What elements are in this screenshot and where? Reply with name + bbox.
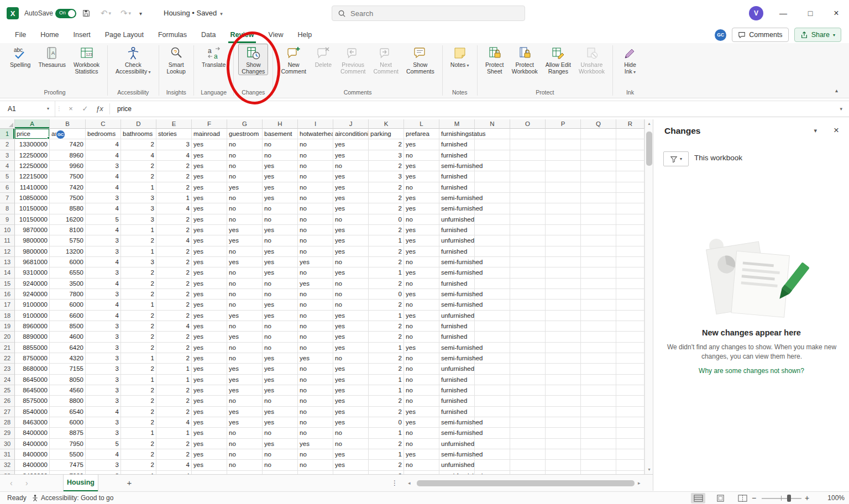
cell-O7[interactable] bbox=[510, 193, 546, 203]
cell-Q20[interactable] bbox=[581, 332, 616, 342]
cell-N30[interactable] bbox=[475, 439, 510, 449]
cell-G18[interactable]: yes bbox=[227, 311, 263, 321]
cell-O27[interactable] bbox=[510, 407, 546, 417]
column-header-N[interactable]: N bbox=[475, 119, 510, 129]
cell-J22[interactable]: no bbox=[333, 353, 369, 364]
cell-B23[interactable]: 7155 bbox=[50, 364, 86, 374]
cell-P17[interactable] bbox=[546, 300, 581, 310]
cell-B4[interactable]: 9960 bbox=[50, 161, 86, 171]
cell-I2[interactable]: no bbox=[298, 139, 333, 150]
column-header-F[interactable]: F bbox=[192, 119, 227, 129]
cell-M13[interactable]: semi-furnished bbox=[439, 257, 475, 267]
ribbon-button-smart-lookup[interactable]: SmartLookup bbox=[164, 44, 189, 75]
cell-K12[interactable]: 2 bbox=[369, 246, 404, 257]
cell-O17[interactable] bbox=[510, 300, 546, 310]
cell-C30[interactable]: 5 bbox=[86, 439, 121, 449]
cell-A20[interactable]: 8890000 bbox=[15, 332, 50, 342]
cell-P29[interactable] bbox=[546, 428, 581, 438]
cell-H31[interactable]: no bbox=[263, 449, 298, 460]
cell-I31[interactable]: no bbox=[298, 449, 333, 460]
zoom-in-button[interactable]: + bbox=[805, 492, 809, 504]
cell-P31[interactable] bbox=[546, 449, 581, 460]
cell-Q9[interactable] bbox=[581, 214, 616, 225]
cell-K8[interactable]: 2 bbox=[369, 203, 404, 214]
cell-C31[interactable]: 4 bbox=[86, 449, 121, 460]
cell-D17[interactable]: 1 bbox=[121, 300, 156, 310]
select-all-corner[interactable] bbox=[0, 119, 15, 129]
sheet-options-icon[interactable]: ⋮ bbox=[391, 475, 398, 492]
cell-O8[interactable] bbox=[510, 203, 546, 214]
cell-M32[interactable]: unfurnished bbox=[439, 460, 475, 470]
cell-H13[interactable]: yes bbox=[263, 257, 298, 267]
cell-E4[interactable]: 2 bbox=[156, 161, 192, 171]
cell-K23[interactable]: 2 bbox=[369, 364, 404, 374]
cell-L24[interactable]: no bbox=[404, 375, 439, 385]
cell-F3[interactable]: yes bbox=[192, 150, 227, 161]
cell-C4[interactable]: 3 bbox=[86, 161, 121, 171]
cell-H12[interactable]: yes bbox=[263, 246, 298, 257]
cell-H17[interactable]: yes bbox=[263, 300, 298, 310]
cell-P20[interactable] bbox=[546, 332, 581, 342]
cell-H6[interactable]: yes bbox=[263, 182, 298, 193]
cell-A31[interactable]: 8400000 bbox=[15, 449, 50, 460]
cell-B19[interactable]: 8500 bbox=[50, 321, 86, 332]
cell-P16[interactable] bbox=[546, 289, 581, 300]
cell-C13[interactable]: 4 bbox=[86, 257, 121, 267]
cell-L11[interactable]: yes bbox=[404, 235, 439, 246]
cell-E32[interactable]: 4 bbox=[156, 460, 192, 470]
cell-L12[interactable]: yes bbox=[404, 246, 439, 257]
cell-I13[interactable]: yes bbox=[298, 257, 333, 267]
cell-J27[interactable]: yes bbox=[333, 407, 369, 417]
row-header-15[interactable]: 15 bbox=[0, 279, 15, 289]
cell-M4[interactable]: semi-furnished bbox=[439, 161, 475, 171]
cell-G9[interactable]: no bbox=[227, 214, 263, 225]
cell-I8[interactable]: no bbox=[298, 203, 333, 214]
cell-I27[interactable]: no bbox=[298, 407, 333, 417]
cell-G28[interactable]: yes bbox=[227, 417, 263, 428]
cell-K19[interactable]: 2 bbox=[369, 321, 404, 332]
cell-G17[interactable]: no bbox=[227, 300, 263, 310]
cell-Q3[interactable] bbox=[581, 150, 616, 161]
cell-H22[interactable]: yes bbox=[263, 353, 298, 364]
cell-H25[interactable]: yes bbox=[263, 385, 298, 396]
row-header-19[interactable]: 19 bbox=[0, 321, 15, 332]
zoom-out-button[interactable]: − bbox=[752, 492, 756, 504]
cell-N5[interactable] bbox=[475, 171, 510, 182]
cell-M25[interactable]: furnished bbox=[439, 385, 475, 396]
cell-K6[interactable]: 2 bbox=[369, 182, 404, 193]
cell-M18[interactable]: unfurnished bbox=[439, 311, 475, 321]
cell-O21[interactable] bbox=[510, 343, 546, 353]
cell-G20[interactable]: yes bbox=[227, 332, 263, 342]
cell-M23[interactable]: unfurnished bbox=[439, 364, 475, 374]
cell-J29[interactable]: no bbox=[333, 428, 369, 438]
cell-C26[interactable]: 3 bbox=[86, 396, 121, 406]
cell-O10[interactable] bbox=[510, 225, 546, 235]
cell-G7[interactable]: no bbox=[227, 193, 263, 203]
cell-B6[interactable]: 7420 bbox=[50, 182, 86, 193]
cell-N25[interactable] bbox=[475, 385, 510, 396]
cell-R1[interactable] bbox=[616, 129, 644, 139]
row-header-18[interactable]: 18 bbox=[0, 311, 15, 321]
cell-L18[interactable]: yes bbox=[404, 311, 439, 321]
cell-D20[interactable]: 2 bbox=[121, 332, 156, 342]
changes-filter-button[interactable]: ▾ bbox=[663, 151, 689, 166]
cell-D26[interactable]: 2 bbox=[121, 396, 156, 406]
cell-A6[interactable]: 11410000 bbox=[15, 182, 50, 193]
cell-C27[interactable]: 4 bbox=[86, 407, 121, 417]
cell-O30[interactable] bbox=[510, 439, 546, 449]
cell-I12[interactable]: no bbox=[298, 246, 333, 257]
cell-E31[interactable]: 2 bbox=[156, 449, 192, 460]
close-button[interactable]: × bbox=[824, 0, 849, 27]
cell-P26[interactable] bbox=[546, 396, 581, 406]
row-header-28[interactable]: 28 bbox=[0, 417, 15, 428]
cell-B3[interactable]: 8960 bbox=[50, 150, 86, 161]
cell-Q29[interactable] bbox=[581, 428, 616, 438]
cell-Q17[interactable] bbox=[581, 300, 616, 310]
row-header-3[interactable]: 3 bbox=[0, 150, 15, 161]
cell-J23[interactable]: yes bbox=[333, 364, 369, 374]
cell-D18[interactable]: 2 bbox=[121, 311, 156, 321]
cell-F7[interactable]: yes bbox=[192, 193, 227, 203]
cell-I25[interactable]: no bbox=[298, 385, 333, 396]
minimize-button[interactable]: — bbox=[771, 0, 796, 27]
cell-G31[interactable]: no bbox=[227, 449, 263, 460]
